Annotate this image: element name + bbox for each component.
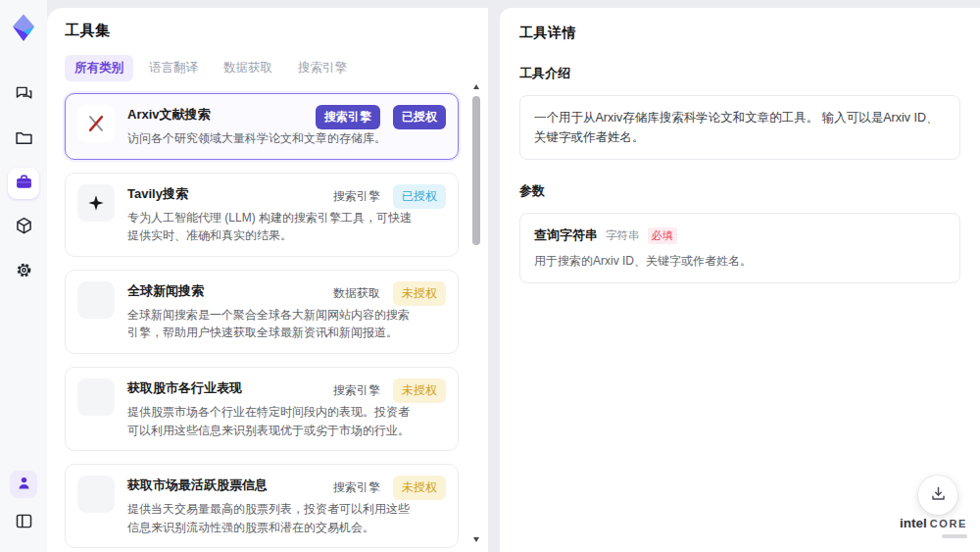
tool-description: 访问各个研究领域大量科学论文和文章的存储库。 — [127, 129, 414, 148]
download-icon — [929, 484, 948, 507]
sidebar-nav — [8, 79, 39, 287]
download-button[interactable] — [918, 476, 957, 515]
tool-status-badge: 已授权 — [393, 184, 446, 209]
tool-icon — [77, 184, 115, 222]
logo-underline — [942, 534, 967, 538]
parameter-type: 字符串 — [606, 228, 640, 243]
tool-badges: 搜索引擎 已授权 — [316, 105, 446, 129]
tool-icon — [77, 105, 115, 142]
tool-badges: 搜索引擎 已授权 — [333, 184, 446, 209]
gear-icon — [14, 260, 34, 284]
user-icon — [15, 474, 33, 496]
tool-description: 专为人工智能代理 (LLM) 构建的搜索引擎工具，可快速提供实时、准确和真实的结… — [127, 209, 414, 245]
params-section-title: 参数 — [519, 182, 960, 200]
briefcase-icon — [14, 172, 34, 196]
parameter-name: 查询字符串 — [534, 226, 598, 244]
sidebar-item-settings[interactable] — [8, 256, 39, 287]
tool-card[interactable]: Tavily搜索 专为人工智能代理 (LLM) 构建的搜索引擎工具，可快速提供实… — [65, 173, 459, 257]
tool-intro-text: 一个用于从Arxiv存储库搜索科学论文和文章的工具。 输入可以是Arxiv ID… — [519, 95, 960, 160]
sidebar-item-chat[interactable] — [8, 79, 39, 111]
tool-status-badge: 未授权 — [393, 281, 446, 306]
scroll-up-arrow[interactable] — [473, 84, 479, 89]
tool-list: Arxiv文献搜索 访问各个研究领域大量科学论文和文章的存储库。 搜索引擎 已授… — [65, 93, 472, 552]
app-sidebar — [0, 0, 47, 552]
tool-icon — [77, 476, 115, 513]
tool-detail-panel: 工具详情 工具介绍 一个用于从Arxiv存储库搜索科学论文和文章的工具。 输入可… — [500, 8, 980, 552]
sidebar-item-toggle-panel[interactable] — [8, 507, 39, 538]
parameter-required-badge: 必填 — [648, 227, 677, 244]
folder-icon — [14, 127, 34, 152]
tool-category-badge: 数据获取 — [333, 285, 380, 302]
intro-section-title: 工具介绍 — [519, 65, 960, 82]
tab-data-fetching[interactable]: 数据获取 — [214, 55, 282, 81]
detail-panel-title: 工具详情 — [519, 25, 960, 42]
parameter-description: 用于搜索的Arxiv ID、关键字或作者姓名。 — [534, 253, 946, 270]
tool-category-badge: 搜索引擎 — [333, 188, 380, 205]
category-tabs: 所有类别 语言翻译 数据获取 搜索引擎 — [65, 55, 472, 81]
sidebar-item-files[interactable] — [8, 124, 39, 155]
tool-status-badge: 未授权 — [393, 378, 446, 403]
parameter-card: 查询字符串 字符串 必填 用于搜索的Arxiv ID、关键字或作者姓名。 — [519, 213, 960, 283]
panels-icon — [14, 511, 34, 535]
arxiv-logo-icon — [85, 113, 107, 134]
chat-icon — [14, 83, 34, 108]
core-logo-text: CORE — [930, 518, 967, 529]
sidebar-bottom — [8, 471, 39, 538]
app-logo — [9, 13, 38, 42]
sidebar-item-tools[interactable] — [8, 168, 39, 199]
sidebar-item-profile[interactable] — [10, 471, 37, 498]
tool-card[interactable]: Arxiv文献搜索 访问各个研究领域大量科学论文和文章的存储库。 搜索引擎 已授… — [65, 93, 459, 160]
tool-description: 提供股票市场各个行业在特定时间段内的表现。投资者可以利用这些信息来识别表现优于或… — [127, 403, 414, 439]
tool-description: 全球新闻搜索是一个聚合全球各大新闻网站内容的搜索引擎，帮助用户快速获取全球最新资… — [127, 306, 414, 342]
tab-all-categories[interactable]: 所有类别 — [65, 55, 133, 81]
tool-badges: 搜索引擎 未授权 — [333, 476, 446, 500]
parameter-header: 查询字符串 字符串 必填 — [534, 226, 946, 244]
tool-status-badge: 已授权 — [393, 105, 446, 129]
tool-category-badge: 搜索引擎 — [333, 382, 380, 399]
tool-description: 提供当天交易量最高的股票列表，投资者可以利用这些信息来识别流动性强的股票和潜在的… — [127, 500, 414, 536]
tab-language-translation[interactable]: 语言翻译 — [139, 55, 208, 81]
tool-category-badge: 搜索引擎 — [316, 105, 380, 129]
tool-card[interactable]: 获取市场最活跃股票信息 提供当天交易量最高的股票列表，投资者可以利用这些信息来识… — [65, 464, 459, 548]
sparkle-icon — [86, 193, 106, 213]
tool-badges: 数据获取 未授权 — [333, 281, 446, 306]
tab-search-engine[interactable]: 搜索引擎 — [288, 55, 357, 81]
sidebar-item-models[interactable] — [8, 212, 39, 243]
intel-logo-text: intel — [900, 516, 927, 530]
scroll-down-arrow[interactable] — [473, 537, 479, 542]
scrollbar-thumb[interactable] — [472, 96, 480, 245]
tool-icon — [77, 378, 115, 416]
cube-icon — [14, 216, 34, 240]
tool-status-badge: 未授权 — [393, 476, 446, 500]
tool-card[interactable]: 全球新闻搜索 全球新闻搜索是一个聚合全球各大新闻网站内容的搜索引擎，帮助用户快速… — [65, 270, 459, 354]
tool-collection-panel: 工具集 所有类别 语言翻译 数据获取 搜索引擎 — [47, 8, 488, 552]
tool-card[interactable]: 获取股市各行业表现 提供股票市场各个行业在特定时间段内的表现。投资者可以利用这些… — [65, 367, 459, 451]
tool-icon — [77, 281, 115, 319]
tool-badges: 搜索引擎 未授权 — [333, 378, 446, 403]
scrollbar[interactable] — [471, 82, 481, 544]
tool-category-badge: 搜索引擎 — [333, 479, 380, 496]
page-title: 工具集 — [65, 22, 472, 40]
intel-core-logo: intelCORE — [900, 514, 967, 538]
